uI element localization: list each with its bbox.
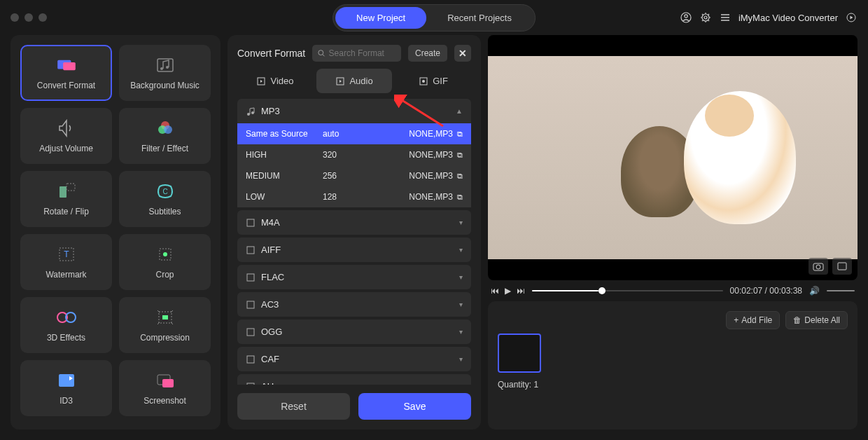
format-panel: Convert Format Create ✕ Video Audio GIF [227,35,481,429]
crop-icon [154,245,176,264]
search-box[interactable] [312,45,401,62]
video-preview[interactable] [488,35,858,280]
svg-rect-23 [162,315,168,319]
svg-rect-40 [247,356,254,363]
format-group-header[interactable]: AIFF ▾ [237,238,471,262]
format-group-m4a: M4A ▾ [237,210,471,235]
volume-slider[interactable] [827,290,855,291]
play-badge-icon[interactable] [845,11,858,24]
progress-handle[interactable] [598,287,606,294]
format-icon [246,327,255,337]
tool-label: Compression [140,333,190,343]
chevron-down-icon: ▾ [459,246,463,254]
tool-label: Watermark [46,270,86,280]
format-group-ac3: AC3 ▾ [237,292,471,317]
tool-crop[interactable]: Crop [119,234,211,290]
fullscreen-icon[interactable] [832,258,852,275]
external-icon[interactable]: ⧉ [457,172,463,180]
time-display: 00:02:07 / 00:03:38 [730,286,802,296]
tool-compression[interactable]: Compression [119,297,211,353]
sidebar: Convert Format Background Music Adjust V… [10,35,220,429]
snapshot-icon[interactable] [808,258,828,275]
tab-new-project[interactable]: New Project [335,7,426,29]
chevron-down-icon: ▾ [459,355,463,363]
format-group-header[interactable]: FLAC ▾ [237,265,471,289]
format-header: Convert Format Create ✕ [237,45,471,62]
tool-screenshot[interactable]: Screenshot [119,360,211,416]
format-icon [246,382,255,385]
format-actions: Reset Save [237,393,471,420]
chevron-up-icon: ▲ [456,107,463,115]
file-thumbnail[interactable] [498,334,541,373]
preset-same-as-source[interactable]: Same as Source auto NONE,MP3⧉ [237,123,471,144]
tab-gif[interactable]: GIF [396,69,471,93]
reset-button[interactable]: Reset [237,393,350,420]
svg-point-19 [163,252,167,256]
tool-convert-format[interactable]: Convert Format [20,45,112,101]
tool-filter-effect[interactable]: Filter / Effect [119,108,211,164]
svg-point-43 [816,265,820,269]
tool-background-music[interactable]: Background Music [119,45,211,101]
tool-3d-effects[interactable]: 3D Effects [20,297,112,353]
tab-recent-projects[interactable]: Recent Projects [426,7,533,29]
format-group-mp3: MP3 ▲ Same as Source auto NONE,MP3⧉ HIGH… [237,99,471,207]
tab-video[interactable]: Video [237,69,313,93]
format-tabs: Video Audio GIF [237,69,471,93]
close-panel-icon[interactable]: ✕ [454,45,471,62]
tool-adjust-volume[interactable]: Adjust Volume [20,108,112,164]
tool-rotate-flip[interactable]: Rotate / Flip [20,171,112,227]
minimize-window-icon[interactable] [24,13,33,22]
compress-icon [154,308,176,327]
tool-subtitles[interactable]: C Subtitles [119,171,211,227]
preset-medium[interactable]: MEDIUM 256 NONE,MP3⧉ [237,165,471,186]
external-icon[interactable]: ⧉ [457,151,463,159]
volume-icon[interactable]: 🔊 [809,286,820,296]
external-icon[interactable]: ⧉ [457,130,463,138]
format-group-header[interactable]: AC3 ▾ [237,292,471,317]
next-icon[interactable]: ⏭ [517,286,525,296]
filter-icon [154,118,176,138]
external-icon[interactable]: ⧉ [457,193,463,201]
add-file-button[interactable]: +Add File [726,311,780,329]
tool-label: Filter / Effect [141,144,188,153]
overlay-controls [808,258,852,275]
format-group-flac: FLAC ▾ [237,265,471,289]
close-window-icon[interactable] [10,13,19,22]
format-group-header[interactable]: OGG ▾ [237,319,471,344]
format-icon [246,355,255,364]
format-group-header[interactable]: MP3 ▲ [237,99,471,123]
tab-audio[interactable]: Audio [316,69,392,93]
svg-rect-39 [247,329,254,336]
settings-icon[interactable] [699,11,712,24]
svg-rect-26 [162,379,174,387]
tool-id3[interactable]: ID3 [20,360,112,416]
format-group-header[interactable]: CAF ▾ [237,347,471,371]
tool-label: Crop [155,270,174,280]
preset-high[interactable]: HIGH 320 NONE,MP3⧉ [237,144,471,165]
file-area: +Add File 🗑Delete All Quantity: 1 [488,301,858,429]
create-button[interactable]: Create [408,45,447,62]
search-input[interactable] [329,48,396,58]
thumbnails [498,334,848,373]
account-icon[interactable] [680,11,692,24]
chevron-down-icon: ▾ [459,301,463,308]
preset-low[interactable]: LOW 128 NONE,MP3⧉ [237,186,471,207]
menu-icon[interactable] [719,11,732,24]
volume-icon [55,118,78,138]
format-group-header[interactable]: AU ▾ [237,374,471,385]
play-icon[interactable]: ▶ [505,286,511,296]
save-button[interactable]: Save [358,393,471,420]
svg-point-34 [251,111,254,114]
chevron-down-icon: ▾ [459,219,463,226]
svg-point-33 [247,113,250,116]
maximize-window-icon[interactable] [38,13,47,22]
tool-watermark[interactable]: T Watermark [20,234,112,290]
svg-rect-13 [59,186,66,198]
format-group-header[interactable]: M4A ▾ [237,210,471,235]
prev-icon[interactable]: ⏮ [491,286,499,296]
svg-rect-44 [838,263,846,270]
tool-label: Screenshot [144,396,186,406]
progress-bar[interactable] [532,290,723,291]
delete-all-button[interactable]: 🗑Delete All [785,311,848,329]
titlebar-right: iMyMac Video Converter [680,11,858,24]
